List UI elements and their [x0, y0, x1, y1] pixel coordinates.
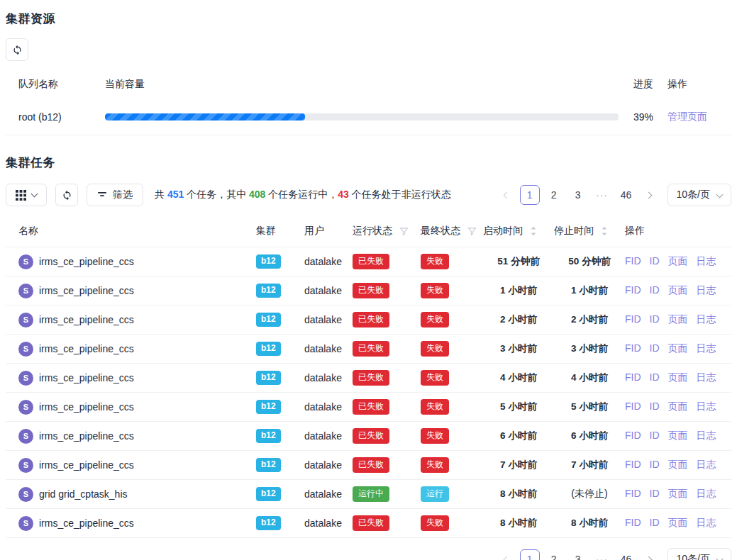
table-row: S irms_ce_pipeline_ccs b12 datalake 已失败 …	[6, 335, 731, 364]
task-action-fid[interactable]: FID	[625, 313, 641, 326]
stop-time: 5 小时前	[571, 401, 608, 412]
resources-refresh-button[interactable]	[6, 38, 28, 61]
chevron-right-icon	[645, 556, 653, 560]
cluster-badge: b12	[256, 400, 281, 414]
avatar: S	[18, 254, 33, 269]
task-action-fid[interactable]: FID	[625, 284, 641, 297]
page-size-select[interactable]: 10条/页	[667, 184, 731, 206]
final-status-badge: 失败	[421, 341, 449, 357]
sort-icon[interactable]	[601, 226, 608, 236]
page-button-1[interactable]: 1	[520, 549, 540, 560]
task-action-log[interactable]: 日志	[697, 430, 716, 442]
next-page-button[interactable]	[641, 549, 658, 560]
tasks-pagination-top: 123···4610条/页	[499, 184, 731, 206]
page-button-3[interactable]: 3	[568, 185, 588, 205]
task-name: irms_ce_pipeline_ccs	[39, 430, 134, 442]
res-col-action: 操作	[667, 71, 731, 99]
task-action-fid[interactable]: FID	[625, 255, 641, 268]
stop-time: (未停止)	[571, 488, 607, 499]
col-actions: 操作	[625, 225, 645, 237]
task-action-fid[interactable]: FID	[625, 459, 641, 471]
task-action-log[interactable]: 日志	[697, 371, 716, 384]
task-action-page[interactable]: 页面	[668, 430, 688, 442]
table-row: S irms_ce_pipeline_ccs b12 datalake 已失败 …	[6, 306, 731, 335]
task-name: irms_ce_pipeline_ccs	[39, 517, 134, 529]
task-action-page[interactable]: 页面	[668, 342, 688, 355]
final-status-badge: 失败	[421, 370, 449, 386]
task-action-id[interactable]: ID	[650, 430, 660, 442]
page-ellipsis: ···	[592, 185, 612, 205]
task-action-id[interactable]: ID	[650, 401, 660, 413]
task-name: irms_ce_pipeline_ccs	[39, 343, 134, 354]
task-name: irms_ce_pipeline_ccs	[39, 401, 134, 413]
task-action-fid[interactable]: FID	[625, 488, 641, 500]
start-time: 3 小时前	[500, 343, 537, 354]
resources-title: 集群资源	[6, 11, 731, 27]
task-action-page[interactable]: 页面	[668, 459, 688, 471]
task-action-id[interactable]: ID	[650, 517, 660, 530]
final-status-badge: 失败	[421, 312, 449, 327]
sort-icon[interactable]	[530, 226, 537, 236]
task-action-page[interactable]: 页面	[668, 284, 688, 297]
task-action-log[interactable]: 日志	[697, 401, 716, 413]
page-button-3[interactable]: 3	[568, 549, 588, 560]
page-button-46[interactable]: 46	[616, 549, 636, 560]
task-action-fid[interactable]: FID	[625, 401, 641, 413]
task-action-page[interactable]: 页面	[668, 255, 688, 268]
task-action-page[interactable]: 页面	[668, 488, 688, 500]
avatar: S	[18, 487, 33, 502]
task-action-id[interactable]: ID	[650, 313, 660, 326]
task-action-log[interactable]: 日志	[697, 517, 716, 530]
page-button-1[interactable]: 1	[520, 185, 540, 205]
columns-setting-button[interactable]	[6, 184, 47, 206]
task-action-page[interactable]: 页面	[668, 371, 688, 384]
start-time: 51 分钟前	[497, 256, 539, 267]
task-action-fid[interactable]: FID	[625, 342, 641, 355]
page-button-2[interactable]: 2	[544, 549, 564, 560]
chevron-down-icon	[716, 555, 724, 560]
task-action-fid[interactable]: FID	[625, 371, 641, 384]
prev-page-button[interactable]	[499, 185, 516, 205]
task-action-log[interactable]: 日志	[697, 313, 716, 326]
task-action-page[interactable]: 页面	[668, 401, 688, 413]
task-action-fid[interactable]: FID	[625, 517, 641, 530]
task-action-id[interactable]: ID	[650, 371, 660, 384]
task-user: datalake	[304, 343, 342, 354]
manage-page-link[interactable]: 管理页面	[667, 111, 707, 122]
task-user: datalake	[304, 314, 342, 325]
page-size-select[interactable]: 10条/页	[667, 548, 731, 560]
task-actions: FIDID页面日志	[625, 313, 716, 326]
next-page-button[interactable]	[641, 185, 658, 205]
cluster-badge: b12	[256, 516, 281, 530]
task-action-id[interactable]: ID	[650, 459, 660, 471]
task-action-log[interactable]: 日志	[697, 342, 716, 355]
task-action-log[interactable]: 日志	[697, 284, 716, 297]
prev-page-button[interactable]	[499, 549, 516, 560]
task-action-log[interactable]: 日志	[697, 488, 716, 500]
task-action-log[interactable]: 日志	[697, 255, 716, 268]
run-status-badge: 已失败	[353, 283, 389, 298]
page-button-46[interactable]: 46	[616, 185, 636, 205]
task-action-id[interactable]: ID	[650, 342, 660, 355]
col-stop-time: 停止时间	[554, 225, 594, 237]
task-action-id[interactable]: ID	[650, 488, 660, 500]
task-actions: FIDID页面日志	[625, 488, 716, 500]
task-action-page[interactable]: 页面	[668, 517, 688, 530]
summary-count-blue: 451	[167, 189, 184, 200]
page-button-2[interactable]: 2	[544, 185, 564, 205]
filter-funnel-icon[interactable]	[399, 227, 409, 236]
tasks-refresh-button[interactable]	[55, 184, 78, 206]
queue-name: root (b12)	[6, 99, 105, 135]
avatar: S	[18, 313, 33, 327]
filter-funnel-icon[interactable]	[467, 227, 477, 236]
filter-button[interactable]: 筛选	[87, 184, 143, 206]
task-action-id[interactable]: ID	[650, 255, 660, 268]
chevron-left-icon	[504, 191, 511, 198]
avatar: S	[18, 284, 33, 298]
task-action-log[interactable]: 日志	[697, 459, 716, 471]
summary-count-green: 408	[249, 189, 265, 200]
task-action-page[interactable]: 页面	[668, 313, 688, 326]
task-action-fid[interactable]: FID	[625, 430, 641, 442]
refresh-icon	[12, 45, 23, 55]
task-action-id[interactable]: ID	[650, 284, 660, 297]
